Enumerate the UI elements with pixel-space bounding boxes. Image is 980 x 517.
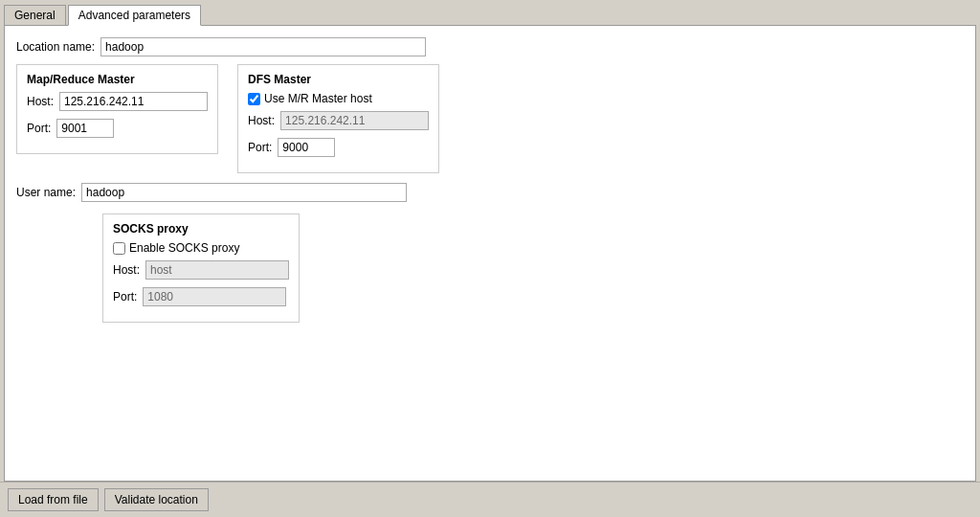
enable-socks-row: Enable SOCKS proxy — [113, 241, 289, 255]
dfs-master-title: DFS Master — [248, 73, 429, 86]
dfs-port-row: Port: — [248, 138, 429, 157]
load-from-file-button[interactable]: Load from file — [8, 488, 99, 511]
dfs-host-row: Host: — [248, 111, 429, 130]
use-mr-host-checkbox[interactable] — [248, 93, 260, 105]
mr-port-row: Port: — [27, 119, 208, 138]
enable-socks-checkbox[interactable] — [113, 242, 125, 255]
socks-section: SOCKS proxy Enable SOCKS proxy Host: Por… — [102, 214, 300, 323]
tab-bar: General Advanced parameters — [0, 0, 980, 25]
dfs-host-input[interactable] — [280, 111, 429, 130]
main-panel: Location name: Map/Reduce Master Host: P… — [4, 25, 976, 482]
dfs-host-label: Host: — [248, 114, 275, 127]
mr-port-label: Port: — [27, 122, 51, 135]
mr-master-box: Map/Reduce Master Host: Port: — [16, 64, 218, 154]
socks-port-input[interactable] — [143, 287, 286, 306]
socks-host-input[interactable] — [145, 260, 289, 280]
location-name-label: Location name: — [16, 40, 95, 54]
enable-socks-label: Enable SOCKS proxy — [129, 241, 239, 255]
bottom-bar: Load from file Validate location — [0, 482, 980, 517]
socks-host-row: Host: — [113, 260, 289, 280]
dfs-port-label: Port: — [248, 141, 272, 154]
tab-advanced[interactable]: Advanced parameters — [68, 5, 201, 26]
mr-host-row: Host: — [27, 92, 208, 111]
mr-host-label: Host: — [27, 95, 54, 108]
socks-port-row: Port: — [113, 287, 289, 306]
tab-general[interactable]: General — [4, 5, 66, 26]
mr-port-input[interactable] — [56, 119, 114, 138]
username-label: User name: — [16, 186, 76, 199]
location-name-row: Location name: — [16, 37, 964, 56]
socks-title: SOCKS proxy — [113, 222, 289, 236]
location-name-input[interactable] — [100, 37, 426, 56]
socks-host-label: Host: — [113, 263, 140, 277]
socks-port-label: Port: — [113, 290, 137, 303]
use-mr-host-label: Use M/R Master host — [264, 92, 372, 105]
mr-master-title: Map/Reduce Master — [27, 73, 208, 86]
validate-location-button[interactable]: Validate location — [104, 488, 209, 511]
mr-host-input[interactable] — [59, 92, 208, 111]
username-row: User name: — [16, 183, 964, 202]
masters-section: Map/Reduce Master Host: Port: DFS Master… — [16, 64, 964, 173]
use-mr-host-row: Use M/R Master host — [248, 92, 429, 105]
dfs-port-input[interactable] — [278, 138, 335, 157]
username-input[interactable] — [81, 183, 407, 202]
dfs-master-box: DFS Master Use M/R Master host Host: Por… — [237, 64, 439, 173]
